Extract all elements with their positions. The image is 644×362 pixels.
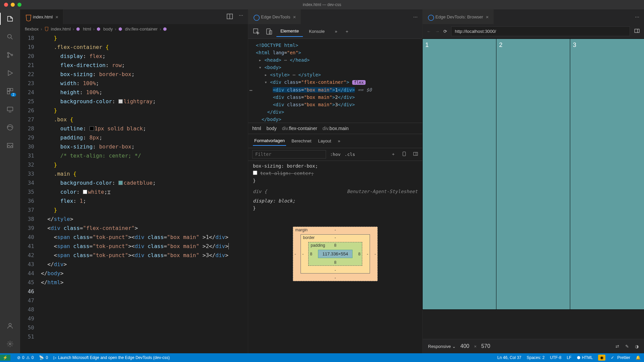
url-input[interactable] <box>451 26 630 36</box>
status-launch[interactable]: ▷ Launch Microsoft Edge and open the Edg… <box>53 355 170 360</box>
dom-crumb[interactable]: div.flex-container <box>282 126 317 131</box>
code-line[interactable]: padding: 8px; <box>41 133 248 142</box>
cls-toggle[interactable]: .cls <box>344 152 355 157</box>
viewport-width[interactable]: 400 <box>461 343 470 349</box>
settings-gear-icon[interactable] <box>5 339 15 349</box>
breadcrumb-item[interactable]: body <box>103 26 113 32</box>
remote-indicator[interactable]: ⚡ <box>0 355 10 361</box>
dom-overflow-icon[interactable]: ⋯ <box>250 86 252 94</box>
code-line[interactable]: </style> <box>41 215 248 224</box>
code-line[interactable]: .box { <box>41 115 248 124</box>
status-eol[interactable]: LF <box>567 355 572 360</box>
flex-badge[interactable]: flex <box>352 80 366 85</box>
code-line[interactable]: .flex-container { <box>41 43 248 52</box>
reload-icon[interactable]: ⟳ <box>443 29 447 34</box>
more-actions-icon[interactable]: ⋯ <box>413 14 418 19</box>
inspect-element-icon[interactable] <box>251 28 262 35</box>
status-edge[interactable]: ◉ <box>598 355 605 361</box>
code-line[interactable]: height: 100%; <box>41 88 248 97</box>
code-line[interactable]: } <box>41 205 248 215</box>
code-line[interactable]: <span class="tok-punct"><div class="box … <box>41 242 248 251</box>
image-icon[interactable] <box>5 141 15 150</box>
tab-edge-devtools[interactable]: Edge DevTools × <box>248 9 301 24</box>
code-line[interactable]: box-sizing: border-box; <box>41 142 248 151</box>
code-line[interactable]: </body> <box>41 269 248 278</box>
preview-viewport[interactable]: 1 2 3 <box>423 39 644 309</box>
new-rule-icon[interactable]: ＋ <box>391 151 395 158</box>
dom-crumb[interactable]: div.box.main <box>323 126 349 131</box>
code-line[interactable]: flex-direction: row; <box>41 61 248 70</box>
code-content[interactable]: } .flex-container { display: flex; flex-… <box>41 34 248 353</box>
code-line[interactable]: <div class="flex-container"> <box>41 224 248 233</box>
device-emulation-icon[interactable] <box>264 28 274 35</box>
status-prettier[interactable]: Prettier <box>611 355 630 360</box>
more-tabs-icon[interactable]: » <box>331 29 341 34</box>
tab-edge-browser[interactable]: Edge DevTools: Browser × <box>423 9 494 24</box>
styles-rules[interactable]: box-sizing: border-box; text-align: cent… <box>248 161 422 213</box>
breadcrumb-item[interactable]: flexbox <box>25 26 39 32</box>
settings-icon[interactable]: ◑ <box>635 344 639 349</box>
close-tab-icon[interactable]: × <box>486 14 489 20</box>
more-actions-icon[interactable]: ⋯ <box>635 14 639 19</box>
source-control-icon[interactable] <box>5 50 15 60</box>
code-line[interactable]: <span class="tok-punct"><div class="box … <box>41 233 248 242</box>
code-line[interactable]: background-color: lightgray; <box>41 97 248 106</box>
code-line[interactable]: } <box>41 106 248 115</box>
nav-back-icon[interactable]: ← <box>427 29 431 34</box>
code-line[interactable]: } <box>41 34 248 43</box>
maximize-window-button[interactable] <box>17 3 21 7</box>
breadcrumbs[interactable]: flexbox› index.html› ⬢ html› ⬢ body› ⬢ d… <box>20 24 248 34</box>
explorer-icon[interactable] <box>5 14 15 23</box>
more-actions-icon[interactable]: ⋯ <box>239 13 243 21</box>
hov-toggle[interactable]: :hov <box>330 152 340 157</box>
code-line[interactable]: </html> <box>41 278 248 287</box>
styles-tab-layout[interactable]: Layout <box>317 136 332 145</box>
status-ports[interactable]: 📡 0 <box>39 355 48 360</box>
close-window-button[interactable] <box>4 3 8 7</box>
breadcrumb-item[interactable]: index.html <box>51 26 71 32</box>
add-tab-icon[interactable]: ＋ <box>345 28 349 35</box>
rotate-icon[interactable]: ⇄ <box>615 344 619 349</box>
code-line[interactable]: color: white; <box>41 187 248 196</box>
breadcrumb-item[interactable]: html <box>83 26 91 32</box>
styles-tab-computed[interactable]: Berechnet <box>290 136 313 145</box>
styles-tab-styles[interactable]: Formatvorlagen <box>253 136 286 146</box>
console-tab[interactable]: Konsole <box>305 26 329 37</box>
code-editor[interactable]: 1819202122232425262728293031323334353637… <box>20 34 248 353</box>
code-line[interactable]: box-sizing: border-box; <box>41 70 248 79</box>
style-toggle[interactable] <box>253 171 257 175</box>
code-line[interactable]: /* text-align: center; */ <box>41 151 248 160</box>
split-editor-icon[interactable] <box>226 13 233 21</box>
toggle-panel-icon[interactable] <box>634 28 640 35</box>
more-tabs-icon[interactable]: » <box>338 138 340 143</box>
nav-forward-icon[interactable]: → <box>435 29 439 34</box>
responsive-dropdown[interactable]: Responsive ⌄ <box>428 344 456 349</box>
code-line[interactable]: flex: 1; <box>41 196 248 205</box>
code-line[interactable]: width: 100%; <box>41 79 248 88</box>
code-line[interactable]: .main { <box>41 169 248 178</box>
styles-filter-input[interactable] <box>252 150 326 159</box>
code-line[interactable]: display: flex; <box>41 52 248 61</box>
elements-tab[interactable]: Elemente <box>276 26 303 37</box>
remote-explorer-icon[interactable] <box>5 105 15 114</box>
status-errors[interactable]: ⊘ 0 ⚠ 0 <box>17 355 34 360</box>
edge-icon[interactable] <box>5 123 15 132</box>
minimize-window-button[interactable] <box>11 3 15 7</box>
tab-index-html[interactable]: index.html × <box>20 9 63 24</box>
code-line[interactable]: <span class="tok-punct"><div class="box … <box>41 251 248 260</box>
account-icon[interactable] <box>5 321 15 330</box>
search-icon[interactable] <box>5 32 15 42</box>
status-cursor[interactable]: Ln 46, Col 37 <box>497 355 521 360</box>
box-model-diagram[interactable]: margin - - - - border - - - - padding 8 … <box>248 213 422 285</box>
viewport-height[interactable]: 570 <box>481 343 490 349</box>
code-line[interactable]: } <box>41 160 248 169</box>
status-lang[interactable]: ⬢ HTML <box>577 355 593 360</box>
code-line[interactable]: </div> <box>41 260 248 269</box>
close-tab-icon[interactable]: × <box>293 14 296 20</box>
dom-crumb[interactable]: body <box>266 126 276 131</box>
close-tab-icon[interactable]: × <box>55 14 58 20</box>
extensions-icon[interactable]: 2 <box>5 86 15 96</box>
dom-crumb[interactable]: html <box>252 126 261 131</box>
screenshot-icon[interactable]: ✎ <box>625 344 629 349</box>
status-spaces[interactable]: Spaces: 2 <box>527 355 544 360</box>
